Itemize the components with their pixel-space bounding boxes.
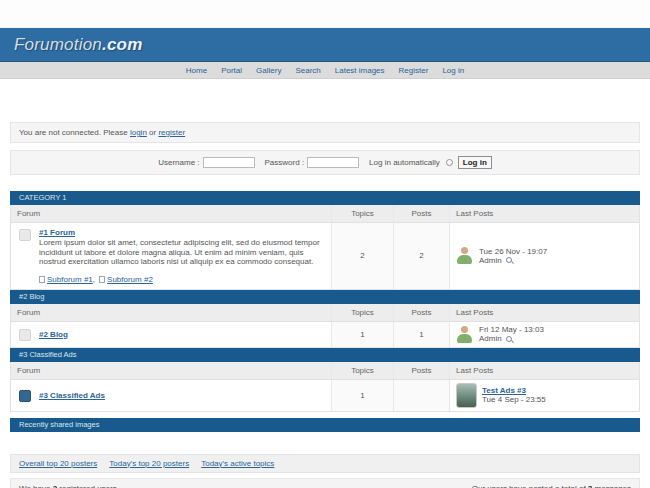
forum-status-icon-unread (19, 390, 31, 402)
topics-count: 1 (331, 322, 393, 347)
top-strip (0, 0, 650, 28)
avatar-body (457, 334, 472, 343)
category-3-header: #3 Classified Ads (10, 348, 640, 362)
header-forum: Forum (11, 205, 331, 222)
forum-link[interactable]: #2 Blog (39, 330, 68, 339)
last-post-time: Tue 4 Sep - 23:55 (482, 395, 546, 404)
main-nav: Home Portal Gallery Search Latest images… (0, 62, 650, 79)
recent-images-body (10, 432, 640, 450)
header-last-posts: Last Posts (449, 205, 639, 222)
last-post-author: Admin (479, 334, 544, 343)
forum-row-1: #1 Forum Lorem ipsum dolor sit amet, con… (11, 223, 639, 289)
subforum-icon (39, 276, 45, 283)
subforum-link-2[interactable]: Subforum #2 (107, 275, 153, 284)
category-1-header: CATEGORY 1 (10, 191, 640, 205)
overall-top-posters-link[interactable]: Overall top 20 posters (19, 459, 97, 468)
nav-item-gallery[interactable]: Gallery (256, 66, 281, 75)
messages-suffix: messages (595, 484, 631, 488)
nav-item-portal[interactable]: Portal (221, 66, 242, 75)
header-posts: Posts (393, 205, 449, 222)
forum-cell: #1 Forum Lorem ipsum dolor sit amet, con… (11, 223, 331, 289)
avatar-body (457, 255, 472, 264)
login-form: Username : Password : Log in automatical… (10, 150, 640, 175)
messages-prefix: Our users have posted a total of (472, 484, 586, 488)
site-title: Forumotion.com (14, 35, 142, 55)
forum-status-icon (19, 229, 31, 241)
forum-cell: #3 Classified Ads (11, 380, 331, 411)
category-2-table: Forum Topics Posts Last Posts #2 Blog 1 … (10, 304, 640, 348)
username-label: Username : (158, 158, 199, 167)
site-header: Forumotion.com (0, 28, 650, 62)
registered-users-text: We have 2 registered users (19, 483, 117, 488)
forum-row-3: #3 Classified Ads 1 Test Ads #3 Tue 4 Se… (11, 380, 639, 411)
last-post-info: Fri 12 May - 13:03 Admin (479, 325, 544, 343)
recent-images-header: Recently shared images (10, 418, 640, 432)
avatar (456, 246, 473, 265)
last-post-topic-link[interactable]: Test Ads #3 (482, 386, 526, 395)
registered-count: 2 (53, 484, 57, 488)
auto-login-checkbox[interactable] (446, 159, 453, 166)
last-post-time: Fri 12 May - 13:03 (479, 325, 544, 334)
table-header-row: Forum Topics Posts Last Posts (11, 362, 639, 380)
nav-item-latest-images[interactable]: Latest images (335, 66, 385, 75)
last-post-author-name: Admin (479, 256, 502, 265)
login-link[interactable]: login (130, 128, 147, 137)
subforum-icon (99, 276, 105, 283)
avatar (456, 325, 473, 344)
last-post-cell: Test Ads #3 Tue 4 Sep - 23:55 (449, 380, 639, 411)
topics-count: 2 (331, 223, 393, 289)
today-active-topics-link[interactable]: Today's active topics (201, 459, 274, 468)
nav-item-search[interactable]: Search (295, 66, 320, 75)
last-post-thumbnail[interactable] (456, 383, 477, 408)
login-button[interactable]: Log in (458, 156, 492, 169)
last-post-time: Tue 26 Nov - 19:07 (479, 247, 547, 256)
nav-item-home[interactable]: Home (186, 66, 207, 75)
table-header-row: Forum Topics Posts Last Posts (11, 304, 639, 322)
password-label: Password : (265, 158, 305, 167)
registered-suffix: registered users (59, 484, 116, 488)
view-latest-post-icon[interactable] (506, 336, 512, 342)
registered-prefix: We have (19, 484, 50, 488)
last-post-info: Tue 26 Nov - 19:07 Admin (479, 247, 547, 265)
auto-login-label: Log in automatically (369, 158, 440, 167)
posts-count: 2 (393, 223, 449, 289)
last-post-author-name: Admin (479, 334, 502, 343)
header-last-posts: Last Posts (449, 362, 639, 379)
last-post-author: Admin (479, 256, 547, 265)
quick-links: Overall top 20 posters Today's top 20 po… (10, 454, 640, 473)
table-header-row: Forum Topics Posts Last Posts (11, 205, 639, 223)
subforum-link-1[interactable]: Subforum #1 (47, 275, 93, 284)
connect-notice-or: or (149, 128, 156, 137)
header-posts: Posts (393, 304, 449, 321)
forum-link[interactable]: #1 Forum (39, 228, 75, 237)
password-input[interactable] (307, 157, 359, 168)
posts-count: 1 (393, 322, 449, 347)
topics-count: 1 (331, 380, 393, 411)
header-forum: Forum (11, 304, 331, 321)
last-post-cell: Fri 12 May - 13:03 Admin (449, 322, 639, 347)
header-forum: Forum (11, 362, 331, 379)
username-input[interactable] (203, 157, 255, 168)
site-title-bold: .com (102, 35, 142, 54)
header-topics: Topics (331, 362, 393, 379)
today-top-posters-link[interactable]: Today's top 20 posters (109, 459, 189, 468)
connect-notice-text: You are not connected. Please (19, 128, 128, 137)
connect-notice: You are not connected. Please login or r… (10, 122, 640, 143)
avatar-head (461, 247, 468, 254)
category-2-header: #2 Blog (10, 290, 640, 304)
forum-link[interactable]: #3 Classified Ads (39, 391, 105, 400)
forum-page: Forumotion.com Home Portal Gallery Searc… (0, 0, 650, 488)
messages-count: 3 (588, 484, 592, 488)
forum-cell: #2 Blog (11, 322, 331, 347)
view-latest-post-icon[interactable] (506, 257, 512, 263)
last-post-info: Test Ads #3 Tue 4 Sep - 23:55 (482, 386, 546, 404)
header-topics: Topics (331, 304, 393, 321)
header-topics: Topics (331, 205, 393, 222)
header-last-posts: Last Posts (449, 304, 639, 321)
forum-info: #1 Forum Lorem ipsum dolor sit amet, con… (39, 228, 325, 284)
nav-item-register[interactable]: Register (399, 66, 429, 75)
nav-item-login[interactable]: Log in (442, 66, 464, 75)
register-link[interactable]: register (158, 128, 185, 137)
forum-status-icon (19, 329, 31, 341)
posts-count (393, 380, 449, 411)
